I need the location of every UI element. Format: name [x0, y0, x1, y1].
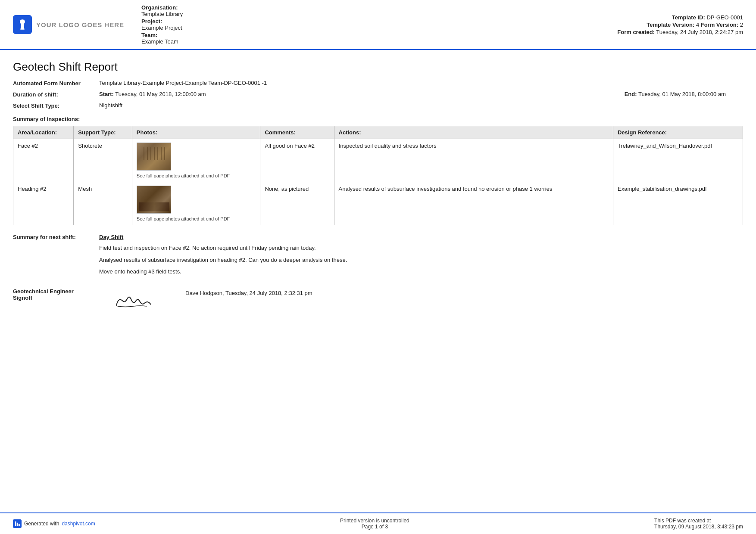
cell-photos-1: See full page photos attached at end of …: [132, 139, 260, 182]
col-area: Area/Location:: [13, 126, 74, 139]
photo-thumbnail-2: [137, 186, 171, 214]
cell-area-2: Heading #2: [13, 182, 74, 225]
signoff-label: Geotechnical Engineer Signoff: [13, 288, 82, 301]
project-line: Project: Example Project: [141, 18, 600, 31]
logo-icon: [13, 15, 32, 34]
logo-text: YOUR LOGO GOES HERE: [36, 21, 124, 28]
logo-section: YOUR LOGO GOES HERE: [13, 4, 124, 45]
page-footer: Generated with dashpivot.com Printed ver…: [0, 512, 756, 534]
cell-actions-2: Analysed results of subsurface investiga…: [334, 182, 613, 225]
footer-left: Generated with dashpivot.com: [13, 519, 95, 528]
team-line: Team: Example Team: [141, 32, 600, 45]
signature-drawing: [110, 288, 157, 312]
cell-actions-1: Inspected soil quality and stress factor…: [334, 139, 613, 182]
table-row: Face #2 Shotcrete See full page photos a…: [13, 139, 743, 182]
col-design: Design Reference:: [613, 126, 743, 139]
version-line: Template Version: 4 Form Version: 2: [617, 22, 743, 28]
page-header: YOUR LOGO GOES HERE Organisation: Templa…: [0, 0, 756, 50]
footer-created-date: Thursday, 09 August 2018, 3:43:23 pm: [654, 524, 743, 530]
inspection-table: Area/Location: Support Type: Photos: Com…: [13, 126, 743, 225]
col-support: Support Type:: [74, 126, 132, 139]
cell-support-1: Shotcrete: [74, 139, 132, 182]
col-comments: Comments:: [260, 126, 334, 139]
photo-image-2: [137, 186, 171, 213]
footer-logo-icon: [13, 519, 22, 528]
footer-center: Printed version is uncontrolled Page 1 o…: [340, 518, 409, 530]
cell-design-1: Trelawney_and_Wilson_Handover.pdf: [613, 139, 743, 182]
duration-end: End: Tuesday, 01 May 2018, 8:00:00 am: [625, 91, 743, 97]
signoff-name-date: Dave Hodgson, Tuesday, 24 July 2018, 2:3…: [185, 290, 312, 296]
table-header-row: Area/Location: Support Type: Photos: Com…: [13, 126, 743, 139]
next-shift-content: Day Shift Field test and inspection on F…: [99, 234, 743, 279]
duration-label: Duration of shift:: [13, 91, 99, 98]
cell-area-1: Face #2: [13, 139, 74, 182]
photo-caption-2: See full page photos attached at end of …: [137, 216, 256, 221]
footer-uncontrolled: Printed version is uncontrolled: [340, 518, 409, 524]
header-org-info: Organisation: Template Library Project: …: [141, 4, 600, 45]
template-id-line: Template ID: DP-GEO-0001: [617, 14, 743, 21]
duration-row: Duration of shift: Start: Tuesday, 01 Ma…: [13, 91, 743, 98]
next-shift-para-2: Analysed results of subsurface investiga…: [99, 256, 743, 264]
cell-comments-2: None, as pictured: [260, 182, 334, 225]
photo-image-1: [137, 143, 171, 170]
footer-page: Page 1 of 3: [340, 524, 409, 530]
next-shift-para-1: Field test and inspection on Face #2. No…: [99, 244, 743, 252]
form-created-line: Form created: Tuesday, 24 July 2018, 2:2…: [617, 29, 743, 35]
next-shift-label: Summary for next shift:: [13, 234, 99, 240]
signoff-signature: [108, 288, 159, 312]
footer-right: This PDF was created at Thursday, 09 Aug…: [654, 518, 743, 530]
col-actions: Actions:: [334, 126, 613, 139]
photo-thumbnail-1: [137, 143, 171, 171]
footer-created-label: This PDF was created at: [654, 518, 743, 524]
main-content: Geotech Shift Report Automated Form Numb…: [0, 50, 756, 355]
footer-generated-text: Generated with: [24, 521, 59, 527]
col-photos: Photos:: [132, 126, 260, 139]
next-shift-para-3: Move onto heading #3 field tests.: [99, 267, 743, 276]
form-number-label: Automated Form Number: [13, 80, 99, 87]
header-meta-info: Template ID: DP-GEO-0001 Template Versio…: [617, 4, 743, 45]
shift-type-row: Select Shift Type: Nightshift: [13, 102, 743, 109]
svg-rect-0: [15, 522, 16, 526]
form-number-row: Automated Form Number Template Library-E…: [13, 80, 743, 87]
next-shift-row: Summary for next shift: Day Shift Field …: [13, 234, 743, 279]
footer-link[interactable]: dashpivot.com: [62, 521, 95, 527]
next-shift-header: Day Shift: [99, 234, 743, 240]
cell-comments-1: All good on Face #2: [260, 139, 334, 182]
cell-photos-2: See full page photos attached at end of …: [132, 182, 260, 225]
svg-rect-1: [17, 523, 18, 526]
signoff-row: Geotechnical Engineer Signoff Dave Hodgs…: [13, 288, 743, 312]
cell-design-2: Example_stabilisation_drawings.pdf: [613, 182, 743, 225]
shift-type-label: Select Shift Type:: [13, 102, 99, 109]
form-number-value: Template Library-Example Project-Example…: [99, 80, 743, 86]
cell-support-2: Mesh: [74, 182, 132, 225]
table-row: Heading #2 Mesh See full page photos att…: [13, 182, 743, 225]
duration-start: Start: Tuesday, 01 May 2018, 12:00:00 am: [99, 91, 625, 97]
shift-type-value: Nightshift: [99, 102, 743, 109]
summary-label: Summary of inspections:: [13, 116, 743, 122]
photo-caption-1: See full page photos attached at end of …: [137, 173, 256, 178]
svg-rect-2: [19, 524, 20, 526]
org-line: Organisation: Template Library: [141, 4, 600, 17]
report-title: Geotech Shift Report: [13, 60, 743, 74]
